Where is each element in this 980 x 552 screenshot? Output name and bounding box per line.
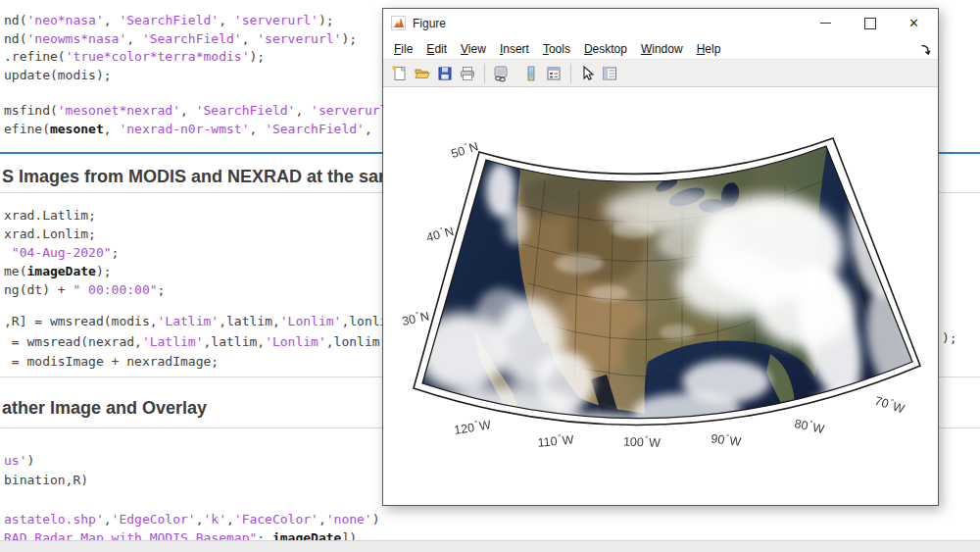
code-line[interactable]: bination,R) [4, 473, 88, 487]
insert-legend-icon[interactable] [543, 63, 564, 84]
code-line[interactable]: me(imageDate); [4, 264, 112, 278]
toolbar-separator [570, 64, 571, 83]
title-bar[interactable]: Figure ✕ [383, 9, 938, 38]
code-line[interactable]: xrad.Lonlim; [4, 226, 96, 241]
code-line[interactable]: msfind('mesonet*nexrad', 'SearchField', … [4, 103, 411, 118]
link-plot-icon[interactable] [490, 63, 512, 84]
figure-toolbar [383, 60, 938, 87]
new-figure-icon[interactable] [389, 63, 411, 84]
code-line[interactable]: nd('neowms*nasa', 'SearchField', 'server… [4, 31, 357, 46]
code-line[interactable]: astatelo.shp','EdgeColor','k','FaceColor… [4, 512, 380, 527]
code-line[interactable]: .refine('true*color*terra*modis'); [4, 49, 265, 64]
code-line[interactable]: xrad.Latlim; [4, 208, 96, 223]
code-line[interactable]: efine(mesonet, 'nexrad-n0r-wmst', 'Searc… [4, 122, 380, 136]
menu-desktop[interactable]: Desktop [577, 40, 634, 58]
figure-window: Figure ✕ File Edit View Insert Tools Des… [382, 8, 939, 506]
code-line[interactable]: update(modis); [4, 68, 112, 82]
code-line[interactable]: nd('neo*nasa', 'SearchField', 'serverurl… [4, 13, 334, 27]
lon-tick-100w: 100°W [618, 433, 665, 450]
close-icon[interactable]: ✕ [892, 9, 936, 37]
window-title: Figure [413, 17, 446, 30]
open-file-icon[interactable] [412, 63, 433, 84]
maximize-icon[interactable] [848, 9, 892, 37]
insert-colorbar-icon[interactable] [520, 63, 542, 84]
screen: { "editor": { "heading1": "S Images from… [0, 0, 980, 552]
menu-edit[interactable]: Edit [419, 40, 454, 58]
menu-insert[interactable]: Insert [493, 40, 536, 58]
section-heading: S Images from MODIS and NEXRAD at the sa… [2, 167, 404, 187]
next-section-strip [0, 540, 980, 552]
property-inspector-icon[interactable] [599, 63, 620, 84]
code-line[interactable]: us') [4, 453, 34, 468]
menu-bar: File Edit View Insert Tools Desktop Wind… [383, 38, 938, 60]
code-line[interactable]: ,R] = wmsread(modis,'Latlim',latlim,'Lon… [4, 314, 395, 328]
menu-view[interactable]: View [454, 40, 493, 58]
menu-window[interactable]: Window [634, 40, 690, 58]
print-figure-icon[interactable] [457, 63, 478, 84]
menu-help[interactable]: Help [690, 40, 728, 58]
code-line[interactable]: = wmsread(nexrad,'Latlim',latlim,'Lonlim… [4, 334, 380, 349]
edit-plot-icon[interactable] [576, 63, 598, 84]
code-line[interactable]: = modisImage + nexradImage; [4, 354, 219, 369]
dock-arrow-icon[interactable] [920, 42, 932, 60]
section-heading: ather Image and Overlay [2, 398, 207, 419]
code-line[interactable]: "04-Aug-2020"; [4, 245, 119, 260]
toolbar-separator [484, 64, 485, 83]
code-line-tail: ); [942, 330, 957, 345]
menu-tools[interactable]: Tools [536, 40, 577, 58]
menu-file[interactable]: File [387, 40, 419, 58]
matlab-logo-icon [391, 16, 406, 30]
save-figure-icon[interactable] [434, 63, 456, 84]
code-line[interactable]: ng(dt) + " 00:00:00"; [4, 282, 165, 297]
minimize-icon[interactable] [804, 9, 848, 37]
